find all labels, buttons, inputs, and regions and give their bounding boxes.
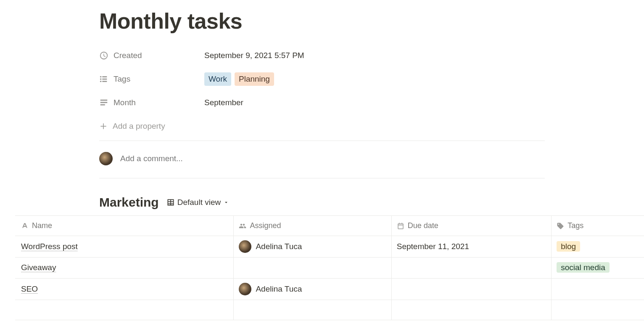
divider — [99, 178, 545, 178]
assigned-name: Adelina Tuca — [256, 242, 302, 251]
table-row[interactable]: Giveawaysocial media — [15, 258, 644, 279]
tag[interactable]: blog — [557, 241, 580, 252]
text-lines-icon — [99, 98, 108, 107]
avatar — [99, 152, 113, 165]
cell-due[interactable] — [391, 300, 551, 320]
database-title[interactable]: Marketing — [99, 195, 159, 210]
column-label: Name — [32, 221, 52, 230]
table-row[interactable]: SEOAdelina Tuca — [15, 278, 644, 300]
add-property-label: Add a property — [113, 122, 165, 131]
property-created[interactable]: Created September 9, 2021 5:57 PM — [99, 44, 545, 67]
property-month[interactable]: Month September — [99, 91, 545, 114]
svg-point-2 — [100, 78, 102, 80]
column-header-due[interactable]: Due date — [391, 216, 551, 236]
svg-rect-7 — [100, 102, 108, 103]
svg-rect-6 — [100, 100, 108, 101]
column-header-assigned[interactable]: Assigned — [234, 216, 391, 236]
database-table: Name Assigned Due date — [15, 215, 644, 320]
assigned-name: Adelina Tuca — [256, 284, 302, 294]
page-title[interactable]: Monthly tasks — [99, 8, 545, 34]
avatar — [239, 283, 251, 295]
cell-name[interactable]: Giveaway — [15, 258, 234, 279]
svg-rect-1 — [102, 76, 107, 77]
title-icon — [21, 222, 29, 230]
cell-assigned[interactable] — [234, 258, 391, 279]
list-icon — [99, 74, 108, 84]
people-icon — [239, 222, 246, 230]
cell-name[interactable]: WordPress post — [15, 236, 234, 258]
cell-assigned[interactable] — [234, 300, 391, 320]
column-header-name[interactable]: Name — [15, 216, 234, 236]
tag[interactable]: Planning — [235, 72, 274, 86]
tag-icon — [557, 222, 564, 230]
tag[interactable]: Work — [204, 72, 231, 86]
calendar-icon — [397, 222, 404, 230]
property-label: Tags — [99, 74, 204, 84]
property-label: Month — [99, 98, 204, 107]
cell-name[interactable]: SEO — [15, 278, 234, 300]
property-list: Created September 9, 2021 5:57 PM Tags W… — [99, 44, 545, 138]
comment-row[interactable] — [99, 143, 545, 175]
column-label: Assigned — [250, 221, 281, 230]
cell-assigned[interactable]: Adelina Tuca — [234, 278, 391, 300]
cell-due[interactable] — [391, 278, 551, 300]
property-value[interactable]: WorkPlanning — [204, 72, 274, 86]
plus-icon — [99, 122, 108, 130]
cell-tags[interactable]: social media — [552, 258, 644, 279]
table-row[interactable] — [15, 300, 644, 320]
table-icon — [166, 198, 175, 207]
svg-rect-8 — [100, 104, 105, 106]
property-tags[interactable]: Tags WorkPlanning — [99, 67, 545, 91]
cell-tags[interactable] — [552, 278, 644, 300]
column-label: Due date — [408, 221, 438, 230]
cell-name[interactable] — [15, 300, 234, 320]
view-label: Default view — [177, 198, 221, 207]
cell-tags[interactable]: blog — [552, 236, 644, 258]
cell-assigned[interactable]: Adelina Tuca — [234, 236, 391, 258]
property-label-text: Created — [113, 51, 142, 60]
property-label-text: Tags — [113, 74, 130, 84]
divider — [99, 141, 545, 141]
property-label: Created — [99, 51, 204, 60]
property-label-text: Month — [113, 98, 136, 107]
tag[interactable]: social media — [557, 262, 610, 273]
property-value[interactable]: September — [204, 98, 243, 107]
svg-point-0 — [100, 76, 102, 78]
chevron-down-icon — [223, 199, 229, 205]
view-switcher[interactable]: Default view — [166, 198, 230, 207]
clock-icon — [99, 51, 108, 60]
table-row[interactable]: WordPress postAdelina TucaSeptember 11, … — [15, 236, 644, 258]
cell-tags[interactable] — [552, 300, 644, 320]
comment-input[interactable] — [120, 154, 545, 163]
database-header: Marketing Default view — [99, 195, 545, 210]
svg-rect-5 — [102, 81, 107, 82]
svg-rect-3 — [102, 79, 107, 80]
avatar — [239, 240, 251, 253]
cell-due[interactable] — [391, 258, 551, 279]
add-property-button[interactable]: Add a property — [99, 114, 545, 138]
cell-due[interactable]: September 11, 2021 — [391, 236, 551, 258]
column-header-tags[interactable]: Tags — [552, 216, 644, 236]
svg-point-4 — [100, 81, 102, 82]
column-label: Tags — [567, 221, 583, 230]
property-value[interactable]: September 9, 2021 5:57 PM — [204, 51, 304, 60]
